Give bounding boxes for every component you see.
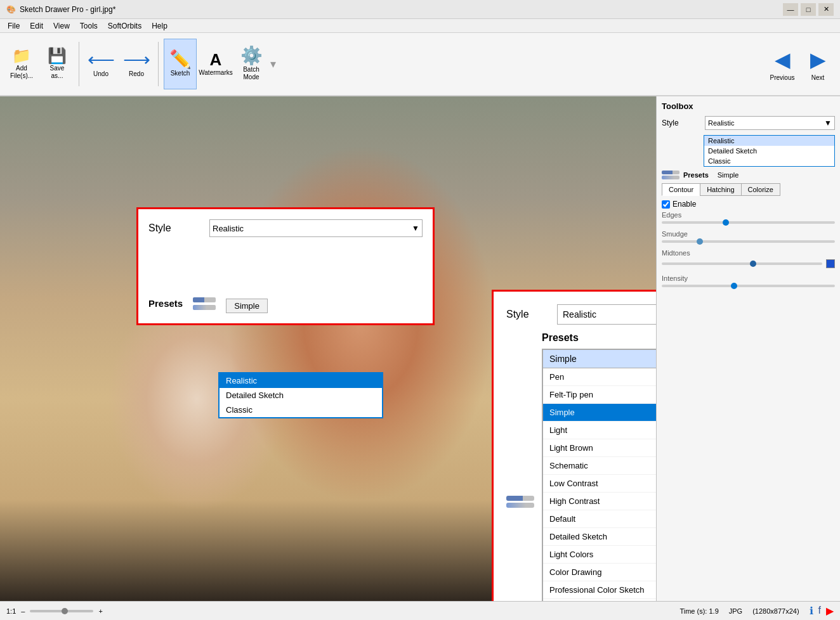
edges-thumb-toolbox[interactable] bbox=[723, 219, 729, 226]
contour-tab-toolbox[interactable]: Contour bbox=[662, 183, 700, 196]
minimize-button[interactable]: — bbox=[783, 3, 798, 16]
app-icon: 🎨 bbox=[6, 5, 16, 14]
dropdown-item-realistic[interactable]: Realistic bbox=[220, 373, 382, 388]
menu-softorbits[interactable]: SoftOrbits bbox=[103, 20, 147, 32]
style-select-chevron-small: ▼ bbox=[412, 224, 419, 233]
preset-professional-color-sketch[interactable]: Professional Color Sketch bbox=[543, 581, 656, 599]
status-bar: 1:1 – + Time (s): 1.9 JPG (1280x877x24) … bbox=[0, 601, 840, 620]
midtones-color-toolbox[interactable] bbox=[826, 259, 835, 268]
preset-light-brown[interactable]: Light Brown bbox=[543, 439, 656, 457]
preset-low-contrast[interactable]: Low Contrast bbox=[543, 475, 656, 493]
zoom-level: 1:1 bbox=[6, 607, 16, 615]
save-as-icon: 💾 bbox=[48, 48, 67, 63]
large-slider-1[interactable] bbox=[506, 496, 534, 501]
preset-felt-tip-pen[interactable]: Felt-Tip pen bbox=[543, 386, 656, 404]
presets-icon-small bbox=[193, 297, 216, 310]
toolbar-separator-2 bbox=[158, 42, 159, 86]
dropdown-item-classic[interactable]: Classic bbox=[220, 403, 382, 417]
midtones-slider-toolbox bbox=[662, 262, 822, 265]
next-button[interactable]: ▶ Next bbox=[801, 39, 835, 89]
dropdown-item-detailed-sketch[interactable]: Detailed Sketch bbox=[220, 388, 382, 403]
undo-button[interactable]: ⟵ Undo bbox=[84, 39, 117, 89]
enable-checkbox-toolbox[interactable] bbox=[662, 200, 670, 209]
preset-detailed-sketch[interactable]: Detailed Sketch bbox=[543, 528, 656, 546]
midtones-thumb-toolbox[interactable] bbox=[750, 261, 756, 267]
save-as-button[interactable]: 💾 Saveas... bbox=[41, 39, 74, 89]
simple-button-small[interactable]: Simple bbox=[226, 299, 268, 313]
preset-simple[interactable]: Simple bbox=[543, 404, 656, 422]
batch-mode-button[interactable]: ⚙️ BatchMode bbox=[235, 39, 268, 89]
toolbox-style-chevron: ▼ bbox=[824, 119, 832, 127]
add-files-label: AddFile(s)... bbox=[10, 65, 33, 80]
toolbox-dropdown-detailed-sketch[interactable]: Detailed Sketch bbox=[704, 146, 834, 156]
watermarks-icon: A bbox=[210, 51, 222, 68]
smudge-thumb-toolbox[interactable] bbox=[697, 238, 703, 245]
style-row-small: Style Realistic ▼ bbox=[148, 219, 423, 237]
add-files-button[interactable]: 📁 AddFile(s)... bbox=[5, 39, 38, 89]
zoom-plus[interactable]: + bbox=[98, 607, 102, 615]
menu-help[interactable]: Help bbox=[147, 20, 173, 32]
previous-icon: ◀ bbox=[775, 48, 791, 72]
add-files-icon: 📁 bbox=[12, 48, 31, 63]
close-button[interactable]: ✕ bbox=[818, 3, 834, 16]
hatching-tab-toolbox[interactable]: Hatching bbox=[700, 183, 740, 196]
redo-icon: ⟶ bbox=[123, 50, 150, 69]
preset-high-contrast[interactable]: High Contrast bbox=[543, 493, 656, 510]
large-style-select[interactable]: Realistic ▼ bbox=[557, 304, 656, 325]
facebook-icon[interactable]: f bbox=[818, 605, 821, 617]
intensity-thumb-toolbox[interactable] bbox=[731, 283, 737, 289]
large-style-label: Style bbox=[506, 309, 544, 320]
preset-light[interactable]: Light bbox=[543, 422, 656, 439]
large-presets-icon bbox=[506, 496, 534, 508]
maximize-button[interactable]: □ bbox=[801, 3, 816, 16]
previous-button[interactable]: ◀ Previous bbox=[765, 39, 799, 89]
menu-tools[interactable]: Tools bbox=[75, 20, 103, 32]
sketch-button[interactable]: ✏️ Sketch bbox=[164, 39, 197, 89]
slider-1[interactable] bbox=[193, 297, 216, 302]
menu-view[interactable]: View bbox=[48, 20, 75, 32]
smudge-slider-toolbox bbox=[662, 240, 835, 243]
edges-label-toolbox: Edges bbox=[662, 211, 835, 219]
menu-file[interactable]: File bbox=[3, 20, 25, 32]
edges-slider-toolbox bbox=[662, 221, 835, 224]
undo-label: Undo bbox=[93, 70, 108, 78]
slider-2[interactable] bbox=[193, 305, 216, 310]
toolbox-slider-mini-1[interactable] bbox=[662, 171, 679, 174]
more-options-icon[interactable]: ▾ bbox=[270, 57, 276, 71]
menu-edit[interactable]: Edit bbox=[25, 20, 48, 32]
previous-label: Previous bbox=[770, 74, 795, 81]
style-select-small[interactable]: Realistic ▼ bbox=[209, 219, 423, 237]
status-left: 1:1 – + bbox=[6, 607, 103, 615]
sketch-icon: ✏️ bbox=[169, 51, 192, 68]
large-style-row: Style Realistic ▼ bbox=[506, 304, 656, 325]
large-slider-2[interactable] bbox=[506, 503, 534, 508]
preset-default[interactable]: Default bbox=[543, 510, 656, 528]
preset-expressive[interactable]: Expressive bbox=[543, 599, 656, 601]
toolbox-dropdown-realistic[interactable]: Realistic bbox=[704, 136, 834, 146]
preset-color-drawing[interactable]: Color Drawing bbox=[543, 564, 656, 581]
smudge-section-toolbox bbox=[662, 240, 835, 243]
preset-pen[interactable]: Pen bbox=[543, 368, 656, 386]
colorize-tab-toolbox[interactable]: Colorize bbox=[741, 183, 780, 196]
zoom-slider-thumb[interactable] bbox=[62, 608, 68, 614]
toolbox-panel: Toolbox Style Realistic ▼ Realistic Deta… bbox=[656, 96, 840, 601]
presets-label-small: Presets bbox=[148, 298, 183, 309]
preset-schematic[interactable]: Schematic bbox=[543, 457, 656, 475]
youtube-icon[interactable]: ▶ bbox=[826, 605, 834, 617]
toolbox-dropdown-classic[interactable]: Classic bbox=[704, 156, 834, 166]
watermarks-button[interactable]: A Watermarks bbox=[199, 39, 232, 89]
redo-button[interactable]: ⟶ Redo bbox=[120, 39, 153, 89]
canvas-area[interactable]: Style Realistic ▼ Realistic Detailed Ske… bbox=[0, 96, 656, 601]
large-presets-dropdown: Simple ∨ Pen Felt-Tip pen Simple Light L… bbox=[542, 349, 656, 601]
toolbox-style-label: Style bbox=[662, 119, 700, 127]
sketch-label: Sketch bbox=[171, 70, 190, 77]
presets-dropdown-header[interactable]: Simple ∨ bbox=[543, 350, 656, 368]
info-icon[interactable]: ℹ bbox=[810, 605, 813, 617]
presets-selected-value: Simple bbox=[549, 354, 577, 364]
title-bar-controls: — □ ✕ bbox=[783, 3, 834, 16]
zoom-minus[interactable]: – bbox=[21, 607, 25, 615]
toolbox-style-select[interactable]: Realistic ▼ bbox=[705, 116, 835, 130]
toolbox-slider-mini-2[interactable] bbox=[662, 176, 679, 179]
preset-light-colors[interactable]: Light Colors bbox=[543, 546, 656, 564]
batch-mode-label: BatchMode bbox=[243, 66, 259, 81]
